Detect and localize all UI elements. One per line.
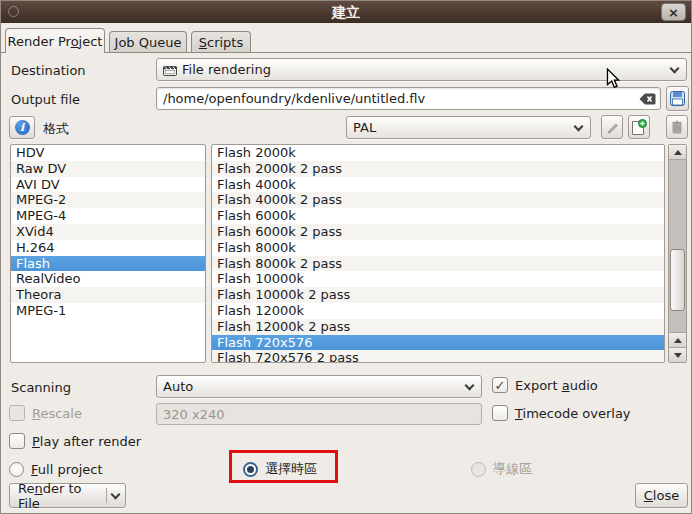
list-item[interactable]: AVI DV xyxy=(11,177,205,193)
full-project-radio[interactable]: Full project xyxy=(9,460,103,478)
list-item[interactable]: MPEG-2 xyxy=(11,192,205,208)
list-item[interactable]: Flash 2000k xyxy=(212,145,664,161)
scanning-select[interactable]: Auto xyxy=(156,375,482,398)
list-item[interactable]: MPEG-1 xyxy=(11,303,205,319)
window-title: 建立 xyxy=(1,1,691,23)
guide-zone-label: 導線區 xyxy=(493,460,532,478)
rescale-checkbox: Rescale xyxy=(9,404,82,422)
list-item[interactable]: Flash 8000k 2 pass xyxy=(212,256,664,272)
checkbox-checked-icon[interactable]: ✓ xyxy=(492,377,508,393)
chevron-down-icon xyxy=(574,121,584,131)
save-icon xyxy=(670,91,685,106)
list-item[interactable]: Flash 720x576 2 pass xyxy=(212,350,664,363)
window-close-button[interactable]: × xyxy=(661,3,686,21)
rescale-size-value: 320 x240 xyxy=(163,407,477,422)
info-icon: i xyxy=(15,120,30,135)
window-menu-icon[interactable] xyxy=(8,6,19,17)
trash-icon xyxy=(671,120,683,134)
radio-disabled-icon xyxy=(471,462,486,477)
format-info-button[interactable]: i xyxy=(9,116,35,139)
selected-zone-radio[interactable]: 選擇時區 xyxy=(243,460,317,478)
add-document-icon xyxy=(631,119,647,136)
arrow-down-icon xyxy=(674,353,682,358)
scanning-value: Auto xyxy=(163,379,461,394)
checkbox-unchecked-icon[interactable] xyxy=(9,433,25,449)
destination-select[interactable]: File rendering xyxy=(156,58,687,81)
checkbox-unchecked-icon[interactable] xyxy=(492,405,508,421)
scrollbar-thumb[interactable] xyxy=(670,249,685,311)
save-profile-button[interactable] xyxy=(666,86,689,111)
clear-icon[interactable] xyxy=(639,93,656,105)
play-after-render-checkbox[interactable]: Play after render xyxy=(9,432,141,450)
render-dialog: 建立 × Render Project Job Queue Scripts De… xyxy=(0,0,692,514)
timecode-overlay-checkbox[interactable]: Timecode overlay xyxy=(492,404,631,422)
output-file-label: Output file xyxy=(11,91,80,109)
list-item[interactable]: Flash 2000k 2 pass xyxy=(212,161,664,177)
list-item[interactable]: H.264 xyxy=(11,240,205,256)
list-item[interactable]: Theora xyxy=(11,287,205,303)
checkbox-unchecked-icon xyxy=(9,405,25,421)
list-item[interactable]: Flash 4000k xyxy=(212,177,664,193)
rescale-size-field: 320 x240 xyxy=(156,403,482,425)
edit-profile-button[interactable] xyxy=(601,115,623,139)
format-label: 格式 xyxy=(43,120,69,138)
list-item[interactable]: Flash 10000k 2 pass xyxy=(212,287,664,303)
list-item[interactable]: MPEG-4 xyxy=(11,208,205,224)
pencil-icon xyxy=(606,121,619,134)
scroll-up-button[interactable] xyxy=(669,145,686,160)
list-item[interactable]: Flash 10000k xyxy=(212,271,664,287)
scanning-label: Scanning xyxy=(11,379,71,397)
list-item[interactable]: Flash 8000k xyxy=(212,240,664,256)
output-file-field[interactable]: /home/openfoundry/kdenlive/untitled.flv xyxy=(156,87,661,110)
list-item[interactable]: Flash 4000k 2 pass xyxy=(212,192,664,208)
delete-profile-button[interactable] xyxy=(666,115,688,139)
list-item[interactable]: Flash xyxy=(11,256,205,272)
standard-select[interactable]: PAL xyxy=(346,116,591,139)
list-item[interactable]: Flash 6000k 2 pass xyxy=(212,224,664,240)
render-to-file-button[interactable]: Render to File xyxy=(9,483,126,508)
standard-value: PAL xyxy=(353,120,570,135)
tab-render-project[interactable]: Render Project xyxy=(5,28,105,53)
list-item[interactable]: HDV xyxy=(11,145,205,161)
list-item[interactable]: XVid4 xyxy=(11,224,205,240)
scroll-up-button-bottom[interactable] xyxy=(669,332,686,347)
chevron-down-icon xyxy=(111,489,121,499)
preset-list-scrollbar[interactable] xyxy=(668,144,687,363)
list-item[interactable]: Flash 720x576 xyxy=(212,335,664,351)
format-preset-list[interactable]: Flash 2000kFlash 2000k 2 passFlash 4000k… xyxy=(211,144,665,363)
scroll-down-button[interactable] xyxy=(669,347,686,362)
tab-job-queue[interactable]: Job Queue xyxy=(109,31,187,52)
export-audio-checkbox[interactable]: ✓ Export audio xyxy=(492,376,598,394)
selected-zone-label: 選擇時區 xyxy=(265,460,317,478)
tab-scripts[interactable]: Scripts xyxy=(191,31,251,52)
scrollbar-track[interactable] xyxy=(669,160,686,332)
chevron-down-icon xyxy=(465,380,475,390)
format-category-list[interactable]: HDVRaw DVAVI DVMPEG-2MPEG-4XVid4H.264Fla… xyxy=(10,144,206,363)
list-item[interactable]: Flash 12000k xyxy=(212,303,664,319)
list-item[interactable]: Flash 12000k 2 pass xyxy=(212,319,664,335)
arrow-up-icon xyxy=(674,150,682,155)
list-item[interactable]: Raw DV xyxy=(11,161,205,177)
destination-label: Destination xyxy=(11,62,86,80)
file-rendering-icon xyxy=(163,63,177,76)
create-profile-button[interactable] xyxy=(628,115,650,139)
guide-zone-radio: 導線區 xyxy=(471,460,532,478)
chevron-down-icon xyxy=(670,63,680,73)
radio-on-icon[interactable] xyxy=(243,462,258,477)
radio-off-icon[interactable] xyxy=(9,462,24,477)
titlebar[interactable]: 建立 × xyxy=(1,1,691,23)
output-file-value: /home/openfoundry/kdenlive/untitled.flv xyxy=(163,91,639,106)
close-icon: × xyxy=(668,6,679,19)
close-button[interactable]: Close xyxy=(635,483,688,508)
arrow-up-icon xyxy=(674,338,682,343)
list-item[interactable]: Flash 6000k xyxy=(212,208,664,224)
list-item[interactable]: RealVideo xyxy=(11,271,205,287)
button-divider xyxy=(106,488,107,503)
destination-value: File rendering xyxy=(182,62,666,77)
